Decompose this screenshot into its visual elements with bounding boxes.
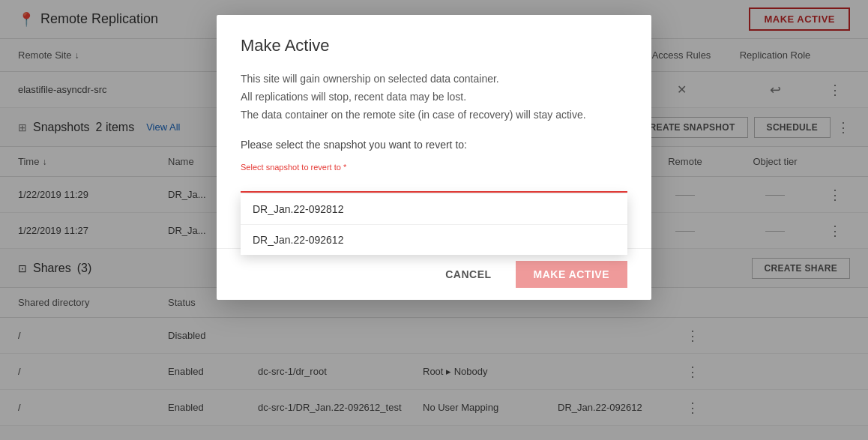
- modal-overlay: Make Active This site will gain ownershi…: [0, 0, 868, 440]
- dropdown-item-1[interactable]: DR_Jan.22-092812: [241, 194, 627, 225]
- modal: Make Active This site will gain ownershi…: [217, 15, 651, 300]
- dropdown-item-2[interactable]: DR_Jan.22-092612: [241, 225, 627, 255]
- cancel-button[interactable]: CANCEL: [433, 262, 503, 286]
- modal-make-active-button[interactable]: MAKE ACTIVE: [516, 261, 627, 288]
- modal-title: Make Active: [217, 15, 651, 70]
- modal-body: This site will gain ownership on selecte…: [217, 70, 651, 248]
- snapshot-dropdown-list: DR_Jan.22-092812 DR_Jan.22-092612: [241, 194, 627, 255]
- modal-prompt: Please select the snapshot you want to r…: [241, 139, 627, 151]
- modal-description-line1: This site will gain ownership on selecte…: [241, 70, 627, 88]
- modal-description-line3: The data container on the remote site (i…: [241, 106, 627, 124]
- modal-footer: CANCEL MAKE ACTIVE: [217, 248, 651, 300]
- snapshot-select-input[interactable]: [241, 173, 627, 193]
- snapshot-select-label: Select snapshot to revert to *: [241, 163, 627, 172]
- modal-description: This site will gain ownership on selecte…: [241, 70, 627, 124]
- snapshot-dropdown-wrapper: Select snapshot to revert to * DR_Jan.22…: [241, 163, 627, 193]
- modal-description-line2: All replications will stop, recent data …: [241, 88, 627, 106]
